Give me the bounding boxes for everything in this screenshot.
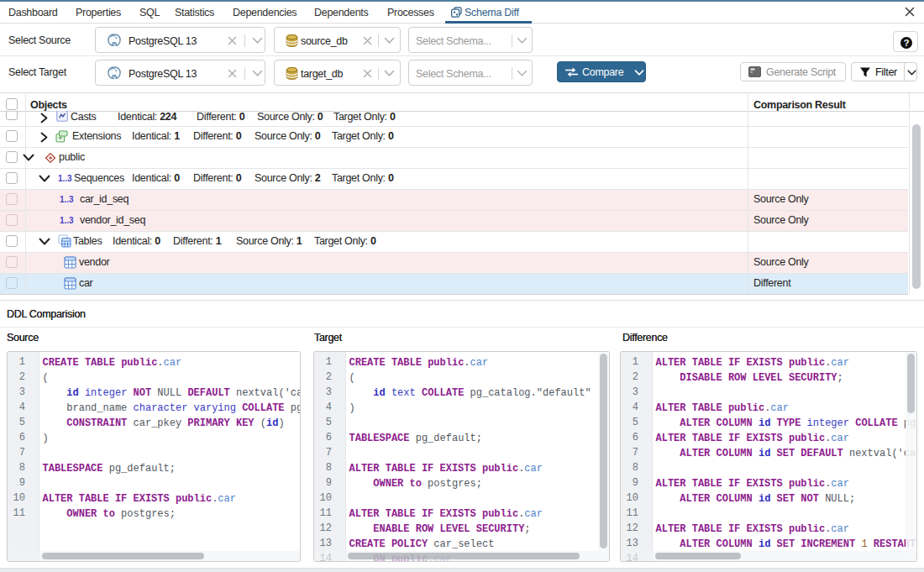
svg-text:?: ? xyxy=(904,38,910,48)
